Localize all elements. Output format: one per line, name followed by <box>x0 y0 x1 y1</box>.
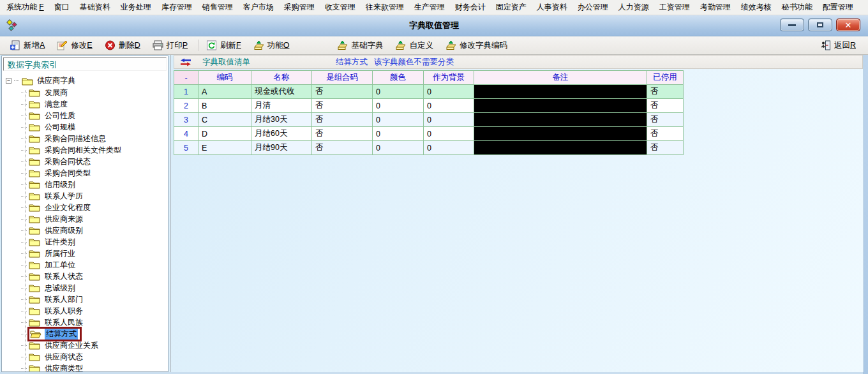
row-number-cell[interactable]: 1 <box>174 85 198 99</box>
menu-item[interactable]: 固定资产 <box>491 3 532 11</box>
menu-item[interactable]: 窗口 <box>49 3 75 11</box>
remark-cell[interactable] <box>474 99 647 113</box>
stopped-cell[interactable]: 否 <box>647 141 684 155</box>
code-cell[interactable]: E <box>198 141 251 155</box>
refresh-button[interactable]: 刷新F <box>203 39 244 52</box>
tree-item[interactable]: 采购合同状态 <box>21 156 168 167</box>
menu-item[interactable]: 绩效考核 <box>736 3 777 11</box>
color-cell[interactable]: 0 <box>373 85 424 99</box>
custom-button[interactable]: 自定义 <box>392 39 437 52</box>
tree-item[interactable]: 供应商状态 <box>21 351 168 363</box>
stopped-cell[interactable]: 否 <box>647 127 684 141</box>
print-button[interactable]: 打印P <box>149 39 191 52</box>
color-cell[interactable]: 0 <box>373 141 424 155</box>
table-row[interactable]: 4 D 月结60天 否 0 0 否 <box>174 127 684 141</box>
as-background-cell[interactable]: 0 <box>424 85 474 99</box>
tree-item[interactable]: 供应商级别 <box>21 225 168 236</box>
is-combo-cell[interactable]: 否 <box>312 141 373 155</box>
tree-item[interactable]: 公司规模 <box>21 121 168 133</box>
menu-item[interactable]: 系统功能 F <box>1 3 49 11</box>
tree-item[interactable]: 结算方式 <box>21 328 168 340</box>
tree-item[interactable]: 联系人状态 <box>21 271 168 282</box>
menu-item[interactable]: 配置管理 <box>818 3 858 11</box>
edit-button[interactable]: 修改E <box>54 39 95 52</box>
delete-button[interactable]: 删除D <box>101 39 144 52</box>
row-number-cell[interactable]: 4 <box>174 127 198 141</box>
table-row[interactable]: 3 C 月结30天 否 0 0 否 <box>174 113 684 127</box>
color-cell[interactable]: 0 <box>373 99 424 113</box>
back-button[interactable]: 返回R <box>817 39 859 52</box>
stopped-cell[interactable]: 否 <box>647 99 684 113</box>
remark-cell[interactable] <box>474 127 647 141</box>
as-background-cell[interactable]: 0 <box>424 99 474 113</box>
tree-item[interactable]: 公司性质 <box>21 110 168 121</box>
menu-item[interactable]: 采购管理 <box>279 3 320 11</box>
table-row[interactable]: 2 B 月清 否 0 0 否 <box>174 99 684 113</box>
code-cell[interactable]: C <box>198 113 251 127</box>
add-button[interactable]: 新增A <box>6 39 48 52</box>
code-cell[interactable]: B <box>198 99 251 113</box>
menu-item[interactable]: 收支管理 <box>320 3 361 11</box>
menu-item[interactable]: 生产管理 <box>409 3 450 11</box>
collapse-icon[interactable]: − <box>6 78 11 84</box>
menu-item[interactable]: 业务处理 <box>116 3 156 11</box>
code-cell[interactable]: A <box>198 85 251 99</box>
tree-item[interactable]: 供应商企业关系 <box>21 340 168 351</box>
row-number-cell[interactable]: 3 <box>174 113 198 127</box>
tree-item[interactable]: 联系人职务 <box>21 305 168 317</box>
base-dictionary-button[interactable]: 基础字典 <box>334 39 386 52</box>
stopped-cell[interactable]: 否 <box>647 85 684 99</box>
tree-item[interactable]: 企业文化程度 <box>21 202 168 213</box>
restore-button[interactable] <box>808 19 832 31</box>
menu-item[interactable]: 工资管理 <box>654 3 695 11</box>
row-number-cell[interactable]: 5 <box>174 141 198 155</box>
panel-splitter[interactable] <box>170 55 171 372</box>
menu-item[interactable]: 财务会计 <box>450 3 491 11</box>
menu-item[interactable]: 人事资料 <box>532 3 572 11</box>
tree-item[interactable]: 供应商来源 <box>21 213 168 225</box>
is-combo-cell[interactable]: 否 <box>312 113 373 127</box>
tree-item[interactable]: 采购合同类型 <box>21 167 168 179</box>
is-combo-cell[interactable]: 否 <box>312 127 373 141</box>
tree-item[interactable]: 证件类别 <box>21 236 168 248</box>
minimize-button[interactable] <box>780 19 804 31</box>
code-cell[interactable]: D <box>198 127 251 141</box>
tree-root-supplier-dictionary[interactable]: − 供应商字典 <box>2 75 168 87</box>
as-background-cell[interactable]: 0 <box>424 127 474 141</box>
menu-item[interactable]: 办公管理 <box>572 3 613 11</box>
row-number-cell[interactable]: 2 <box>174 99 198 113</box>
menu-item[interactable]: 人力资源 <box>613 3 654 11</box>
name-cell[interactable]: 月结60天 <box>251 127 312 141</box>
menu-item[interactable]: 往来款管理 <box>361 3 409 11</box>
remark-cell[interactable] <box>474 141 647 155</box>
as-background-cell[interactable]: 0 <box>424 113 474 127</box>
tree-item[interactable]: 加工单位 <box>21 259 168 271</box>
function-button[interactable]: 功能O <box>250 39 293 52</box>
tree-item[interactable]: 忠诚级别 <box>21 282 168 294</box>
menu-item[interactable]: 客户市场 <box>238 3 279 11</box>
menu-item[interactable]: 基础资料 <box>75 3 116 11</box>
tree-item[interactable]: 满意度 <box>21 98 168 110</box>
is-combo-cell[interactable]: 否 <box>312 99 373 113</box>
tree-item[interactable]: 采购合同相关文件类型 <box>21 144 168 156</box>
menu-item[interactable]: 库存管理 <box>156 3 197 11</box>
tree-item[interactable]: 联系人学历 <box>21 190 168 202</box>
name-cell[interactable]: 月结90天 <box>251 141 312 155</box>
remark-cell[interactable] <box>474 85 647 99</box>
tree-item[interactable]: 供应商类型 <box>21 363 168 372</box>
tree-item[interactable]: 发展商 <box>21 87 168 98</box>
tree-item[interactable]: 信用级别 <box>21 179 168 190</box>
color-cell[interactable]: 0 <box>373 113 424 127</box>
remark-cell[interactable] <box>474 113 647 127</box>
table-row[interactable]: 1 A 现金或代收 否 0 0 否 <box>174 85 684 99</box>
edit-dict-code-button[interactable]: 修改字典编码 <box>442 39 511 52</box>
menu-item[interactable]: 考勤管理 <box>695 3 736 11</box>
table-row[interactable]: 5 E 月结90天 否 0 0 否 <box>174 141 684 155</box>
name-cell[interactable]: 月清 <box>251 99 312 113</box>
as-background-cell[interactable]: 0 <box>424 141 474 155</box>
tree-item[interactable]: 所属行业 <box>21 248 168 259</box>
is-combo-cell[interactable]: 否 <box>312 85 373 99</box>
name-cell[interactable]: 现金或代收 <box>251 85 312 99</box>
tree-item[interactable]: 联系人部门 <box>21 294 168 305</box>
menu-item[interactable]: 销售管理 <box>197 3 238 11</box>
